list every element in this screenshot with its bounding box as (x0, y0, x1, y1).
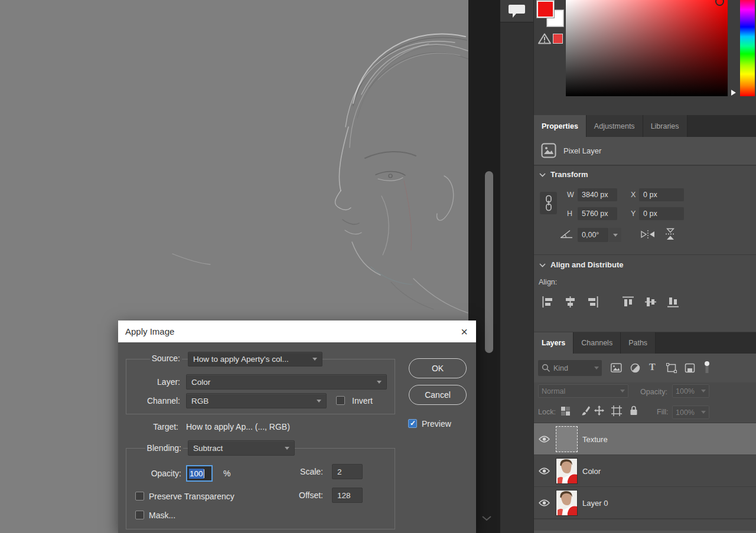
layer-name[interactable]: Texture (582, 435, 608, 444)
layer-thumbnail[interactable] (556, 458, 578, 484)
lock-transparent-pixels-button[interactable] (561, 406, 571, 416)
width-field[interactable]: 3840 px (578, 188, 617, 201)
lock-position-button[interactable] (594, 406, 604, 416)
fill-field[interactable]: 100% (672, 406, 709, 419)
layer-row-color[interactable]: Color (534, 455, 756, 487)
preview-checkbox[interactable] (408, 419, 417, 428)
layer-filter-search[interactable]: Kind (538, 360, 602, 376)
cancel-button[interactable]: Cancel (409, 385, 467, 405)
filter-shape-layers-button[interactable] (666, 363, 677, 373)
flip-horizontal-button[interactable] (640, 230, 656, 239)
layer-row-layer0[interactable]: Layer 0 (534, 487, 756, 519)
tab-libraries[interactable]: Libraries (643, 115, 687, 137)
flip-vertical-button[interactable] (665, 228, 676, 240)
visibility-eye-icon[interactable] (539, 436, 550, 443)
blend-mode-row: Normal Opacity: 100% (534, 382, 756, 403)
properties-tabbar: Properties Adjustments Libraries (534, 115, 756, 137)
align-left-edges-button[interactable] (542, 296, 553, 308)
layers-tabbar: Layers Channels Paths (534, 332, 756, 354)
opacity-label: Opacity: (126, 469, 183, 478)
visibility-eye-icon[interactable] (539, 499, 550, 506)
lock-all-button[interactable] (629, 405, 638, 416)
tab-channels[interactable]: Channels (573, 332, 621, 354)
chevron-down-icon (620, 390, 625, 393)
chevron-down-icon[interactable] (539, 173, 546, 177)
chevron-down-icon (701, 390, 706, 393)
foreground-color-swatch[interactable] (537, 1, 554, 18)
color-cursor-icon[interactable] (715, 0, 724, 6)
dialog-titlebar[interactable]: Apply Image × (118, 321, 476, 342)
chevron-down-icon (701, 411, 706, 414)
y-label: Y (631, 210, 636, 218)
tab-paths[interactable]: Paths (621, 332, 656, 354)
lock-artboard-button[interactable] (611, 406, 622, 416)
align-bottom-edges-button[interactable] (667, 296, 679, 308)
chevron-down-icon (312, 358, 317, 361)
tab-layers[interactable]: Layers (534, 332, 573, 354)
gamut-color-swatch[interactable] (553, 34, 563, 44)
tab-adjustments[interactable]: Adjustments (586, 115, 643, 137)
hue-slider[interactable] (740, 0, 755, 96)
y-field[interactable]: 0 px (639, 207, 684, 220)
x-field[interactable]: 0 px (639, 188, 684, 201)
blending-select[interactable]: Subtract (188, 440, 295, 456)
chevron-down-icon[interactable] (539, 263, 546, 267)
filter-type-layers-button[interactable]: T (649, 362, 656, 372)
source-select[interactable]: How to apply Aperty's col... (188, 352, 322, 367)
align-horizontal-centers-button[interactable] (565, 296, 576, 308)
transform-title[interactable]: Transform (550, 170, 588, 179)
angle-dropdown-button[interactable] (609, 228, 621, 242)
align-vertical-centers-button[interactable] (645, 296, 656, 308)
link-dimensions-button[interactable] (540, 192, 557, 214)
comments-panel-button[interactable] (500, 0, 533, 22)
layer-name[interactable]: Color (582, 467, 601, 476)
ok-button[interactable]: OK (409, 358, 467, 378)
align-distribute-title[interactable]: Align and Distribute (550, 260, 624, 269)
saturation-brightness-field[interactable] (566, 0, 728, 96)
panel-bottom-strip (534, 531, 756, 533)
layer-name[interactable]: Layer 0 (582, 499, 608, 508)
height-field[interactable]: 5760 px (578, 207, 617, 220)
search-icon (542, 364, 550, 372)
link-icon (545, 195, 553, 211)
layer-filter-row: Kind T (534, 354, 756, 382)
layer-thumbnail[interactable] (556, 426, 578, 452)
layer-select[interactable]: Color (186, 374, 387, 390)
layers-opacity-field[interactable]: 100% (672, 384, 709, 398)
filter-pixel-layers-button[interactable] (611, 363, 622, 372)
hue-marker-icon[interactable] (731, 90, 736, 96)
vertical-scrollbar[interactable] (485, 171, 493, 353)
layer-thumbnail[interactable] (556, 490, 578, 516)
source-value: How to apply Aperty's col... (193, 355, 289, 364)
layers-panel-footer (534, 519, 756, 533)
scroll-down-icon[interactable] (481, 515, 492, 521)
filter-toggle-button[interactable] (703, 361, 711, 375)
opacity-unit: % (223, 469, 230, 478)
scale-input[interactable]: 2 (332, 464, 363, 479)
offset-input[interactable]: 128 (332, 488, 363, 503)
align-right-edges-button[interactable] (587, 296, 598, 308)
tab-paths-label: Paths (628, 339, 647, 347)
layer-row-texture[interactable]: Texture (534, 423, 756, 455)
filter-adjustment-layers-button[interactable] (630, 363, 640, 373)
angle-field[interactable]: 0,00° (578, 228, 608, 242)
preserve-transparency-checkbox[interactable] (135, 492, 144, 501)
align-top-edges-button[interactable] (623, 296, 634, 308)
fill-value: 100% (676, 408, 695, 417)
gamut-warning-icon (538, 33, 551, 44)
close-icon[interactable]: × (461, 326, 468, 338)
lock-row: Lock: Fill: 100% (534, 403, 756, 423)
align-label: Align: (539, 278, 557, 286)
tab-properties[interactable]: Properties (534, 115, 586, 137)
invert-checkbox[interactable] (336, 396, 345, 405)
filter-smart-objects-button[interactable] (685, 363, 695, 373)
opacity-input[interactable]: 100 (186, 465, 213, 482)
blend-mode-select[interactable]: Normal (538, 384, 628, 398)
mask-checkbox[interactable] (135, 511, 144, 519)
channel-select[interactable]: RGB (186, 393, 327, 408)
offset-label: Offset: (292, 491, 325, 500)
visibility-eye-icon[interactable] (539, 467, 550, 475)
lock-image-pixels-button[interactable] (580, 406, 590, 416)
tab-properties-label: Properties (542, 122, 578, 130)
opacity-value: 100 (189, 469, 204, 479)
